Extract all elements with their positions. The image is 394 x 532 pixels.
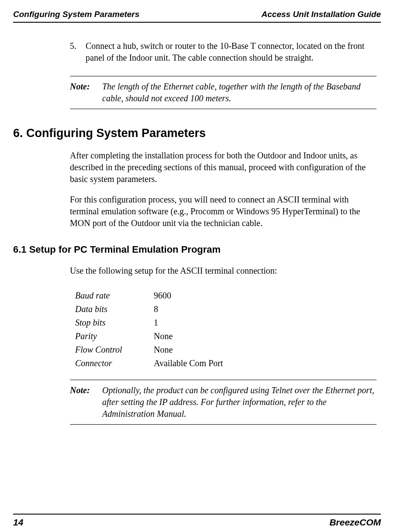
header-right: Access Unit Installation Guide (262, 10, 381, 19)
section-6-title: 6. Configuring System Parameters (13, 127, 381, 140)
setting-label: Connector (75, 357, 154, 370)
section-6-1-title: 6.1 Setup for PC Terminal Emulation Prog… (13, 244, 381, 255)
setting-value: Available Com Port (154, 357, 377, 370)
setting-row-flow-control: Flow Control None (75, 343, 377, 357)
section-6-1-para-1: Use the following setup for the ASCII te… (70, 265, 377, 277)
setting-row-stop-bits: Stop bits 1 (75, 316, 377, 329)
setting-value: None (154, 329, 377, 343)
setting-label: Parity (75, 329, 154, 343)
header-left: Configuring System Parameters (13, 10, 139, 19)
note-ethernet-length: Note: The length of the Ethernet cable, … (70, 76, 377, 109)
note-telnet-config: Note: Optionally, the product can be con… (70, 380, 377, 425)
note-label: Note: (70, 81, 102, 104)
step-5: 5. Connect a hub, switch or router to th… (70, 40, 377, 64)
step-number: 5. (70, 40, 86, 64)
page-number: 14 (13, 517, 23, 528)
page-footer: 14 BreezeCOM (13, 514, 381, 532)
setting-value: 1 (154, 316, 377, 329)
note-label: Note: (70, 384, 102, 420)
footer-brand: BreezeCOM (329, 517, 381, 528)
setting-value: 9600 (154, 289, 377, 302)
note-text: The length of the Ethernet cable, togeth… (102, 81, 377, 104)
setting-value: None (154, 343, 377, 357)
setting-label: Baud rate (75, 289, 154, 302)
setting-label: Flow Control (75, 343, 154, 357)
terminal-settings-table: Baud rate 9600 Data bits 8 Stop bits 1 P… (75, 289, 377, 370)
setting-row-connector: Connector Available Com Port (75, 357, 377, 370)
page-content: 5. Connect a hub, switch or router to th… (13, 23, 381, 514)
note-text: Optionally, the product can be configure… (102, 384, 377, 420)
section-6-para-2: For this configuration process, you will… (70, 194, 377, 229)
setting-label: Data bits (75, 302, 154, 316)
page-header: Configuring System Parameters Access Uni… (13, 10, 381, 23)
step-text: Connect a hub, switch or router to the 1… (86, 40, 377, 64)
setting-row-baud-rate: Baud rate 9600 (75, 289, 377, 302)
setting-value: 8 (154, 302, 377, 316)
setting-row-parity: Parity None (75, 329, 377, 343)
setting-row-data-bits: Data bits 8 (75, 302, 377, 316)
setting-label: Stop bits (75, 316, 154, 329)
section-6-para-1: After completing the installation proces… (70, 150, 377, 185)
